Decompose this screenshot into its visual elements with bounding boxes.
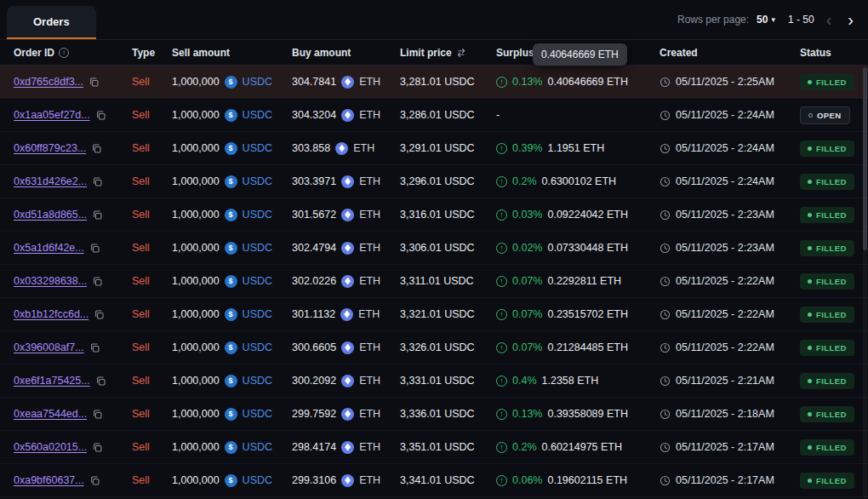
surplus-up-icon: ↑ <box>496 409 507 420</box>
copy-icon[interactable] <box>89 342 100 353</box>
table-row[interactable]: 0x1aa05ef27d... Sell 1,000,000 $ USDC 30… <box>0 99 868 132</box>
surplus-up-icon: ↑ <box>496 442 507 453</box>
copy-icon[interactable] <box>91 143 102 154</box>
copy-icon[interactable] <box>89 475 100 486</box>
surplus-cell: ↑ 0.07% 0.23515702 ETH <box>496 308 660 320</box>
created-cell: 05/11/2025 - 2:18AM <box>660 408 800 420</box>
scrollbar-thumb[interactable] <box>863 67 867 250</box>
surplus-up-icon: ↑ <box>496 176 507 187</box>
rows-per-page-select[interactable]: 50 ▾ <box>757 14 775 26</box>
status-label: FILLED <box>816 144 847 153</box>
scrollbar[interactable] <box>863 67 867 498</box>
copy-icon[interactable] <box>92 176 103 187</box>
limit-price: 3,296.01 USDC <box>400 175 475 187</box>
usdc-icon: $ <box>225 109 237 122</box>
clock-icon <box>660 409 671 420</box>
status-cell: FILLED <box>800 439 861 456</box>
table-row[interactable]: 0xe6f1a75425... Sell 1,000,000 $ USDC 30… <box>0 364 868 398</box>
status-badge: FILLED <box>800 141 854 157</box>
status-cell: FILLED <box>800 141 861 157</box>
tab-orders[interactable]: Orders <box>7 6 96 39</box>
status-badge: FILLED <box>800 307 854 323</box>
copy-icon[interactable] <box>92 409 103 420</box>
order-id-link[interactable]: 0xa9bf60637... <box>14 474 84 486</box>
order-id-link[interactable]: 0x396008af7... <box>14 341 84 353</box>
surplus-percent: 0.07% <box>512 275 542 287</box>
sell-amount-cell: 1,000,000 $ USDC <box>172 109 292 122</box>
table-row[interactable]: 0xb1b12fcc6d... Sell 1,000,000 $ USDC 30… <box>0 298 868 331</box>
surplus-up-icon: ↑ <box>496 209 507 221</box>
buy-amount-cell: 302.4794 ETH <box>292 242 400 255</box>
copy-icon[interactable] <box>95 376 106 387</box>
sell-amount: 1,000,000 <box>172 175 220 187</box>
order-id-link[interactable]: 0xb1b12fcc6d... <box>14 308 89 320</box>
table-row[interactable]: 0xd765c8df3... Sell 1,000,000 $ USDC 304… <box>0 66 868 99</box>
usdc-icon: $ <box>225 474 237 487</box>
status-badge: FILLED <box>800 240 854 256</box>
order-id-link[interactable]: 0xe6f1a75425... <box>14 375 90 387</box>
table-row[interactable]: 0x5a1d6f42e... Sell 1,000,000 $ USDC 302… <box>0 232 868 265</box>
orders-page: Orders Rows per page: 50 ▾ 1 - 50 ‹ › Or… <box>0 0 868 499</box>
table-row[interactable]: 0x60ff879c23... Sell 1,000,000 $ USDC 30… <box>0 132 868 165</box>
buy-amount-cell: 301.5672 ETH <box>292 209 400 221</box>
surplus-amount: 0.07330448 ETH <box>547 242 628 254</box>
order-id-link[interactable]: 0xd765c8df3... <box>14 76 83 88</box>
status-cell: FILLED <box>800 273 861 290</box>
sell-amount: 1,000,000 <box>172 441 220 453</box>
limit-price-cell: 3,286.01 USDC <box>400 109 496 121</box>
status-cell: FILLED <box>800 207 861 223</box>
table-row[interactable]: 0x631d426e2... Sell 1,000,000 $ USDC 303… <box>0 165 868 198</box>
swap-price-icon[interactable] <box>456 48 466 58</box>
table-row[interactable]: 0x033298638... Sell 1,000,000 $ USDC 302… <box>0 265 868 298</box>
order-id-link[interactable]: 0x560a02015... <box>14 441 87 453</box>
order-id-link[interactable]: 0x631d426e2... <box>14 175 87 187</box>
copy-icon[interactable] <box>92 209 103 221</box>
order-id-link[interactable]: 0x033298638... <box>14 275 87 287</box>
table-row[interactable]: 0xd51a8d865... Sell 1,000,000 $ USDC 301… <box>0 198 868 232</box>
clock-icon <box>660 143 671 154</box>
eth-icon <box>341 175 354 188</box>
order-id-link[interactable]: 0xd51a8d865... <box>14 209 87 221</box>
order-id-link[interactable]: 0xeaa7544ed... <box>14 408 87 420</box>
copy-icon[interactable] <box>92 442 103 453</box>
surplus-percent: 0.4% <box>512 375 537 387</box>
order-id-cell: 0x033298638... <box>14 275 132 287</box>
sell-amount-cell: 1,000,000 $ USDC <box>172 275 292 288</box>
sell-token: USDC <box>243 408 272 420</box>
type-cell: Sell <box>132 341 172 353</box>
status-dot-icon <box>808 146 812 151</box>
next-page-button[interactable]: › <box>843 11 858 28</box>
surplus-percent: 0.07% <box>512 308 542 320</box>
type-cell: Sell <box>132 209 172 221</box>
order-id-link[interactable]: 0x1aa05ef27d... <box>14 109 90 121</box>
buy-token: ETH <box>359 209 380 221</box>
order-id-cell: 0x396008af7... <box>14 341 132 353</box>
sell-amount: 1,000,000 <box>172 408 220 420</box>
surplus-cell: ↑ 0.02% 0.07330448 ETH <box>496 242 660 254</box>
buy-token: ETH <box>359 175 380 187</box>
order-id-link[interactable]: 0x5a1d6f42e... <box>14 242 84 254</box>
prev-page-button[interactable]: ‹ <box>822 11 837 28</box>
surplus-cell: ↑ - <box>496 109 660 121</box>
table-row[interactable]: 0x396008af7... Sell 1,000,000 $ USDC 300… <box>0 331 868 364</box>
buy-amount: 300.6605 <box>292 341 336 353</box>
eth-icon <box>341 109 354 122</box>
usdc-icon: $ <box>225 308 237 321</box>
table-row[interactable]: 0xeaa7544ed... Sell 1,000,000 $ USDC 299… <box>0 398 868 431</box>
copy-icon[interactable] <box>92 276 103 287</box>
order-id-link[interactable]: 0x60ff879c23... <box>14 142 86 154</box>
table-row[interactable]: 0xa9bf60637... Sell 1,000,000 $ USDC 299… <box>0 464 868 497</box>
copy-icon[interactable] <box>89 243 100 254</box>
copy-icon[interactable] <box>95 110 106 121</box>
order-id-cell: 0x1aa05ef27d... <box>14 109 132 121</box>
status-badge: OPEN <box>800 106 850 124</box>
clock-icon <box>660 243 671 254</box>
copy-icon[interactable] <box>94 309 105 320</box>
order-id-cell: 0x631d426e2... <box>14 175 132 187</box>
order-type: Sell <box>132 209 150 221</box>
type-cell: Sell <box>132 76 172 88</box>
surplus-cell: ↑ 0.07% 0.21284485 ETH <box>496 341 660 353</box>
copy-icon[interactable] <box>89 77 100 88</box>
status-dot-icon <box>808 479 812 483</box>
table-row[interactable]: 0x560a02015... Sell 1,000,000 $ USDC 298… <box>0 431 868 464</box>
